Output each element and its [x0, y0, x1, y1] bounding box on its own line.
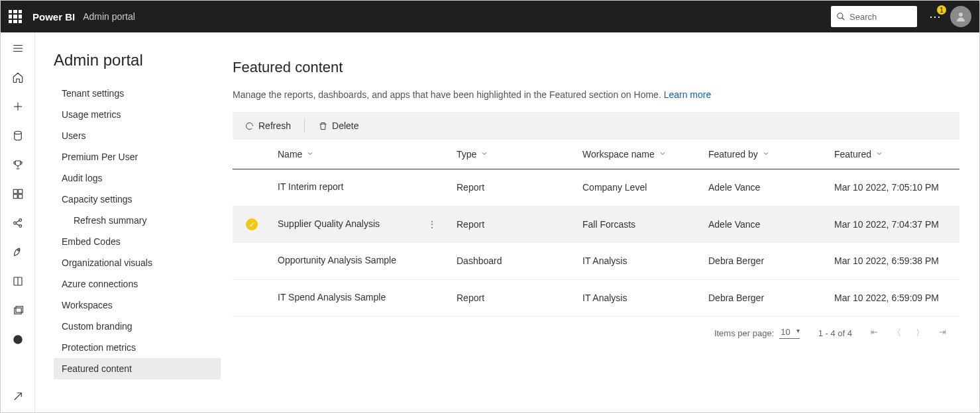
expand-icon[interactable] [11, 390, 25, 403]
table-row[interactable]: Opportunity Analysis Sample⋮DashboardIT … [233, 243, 959, 280]
admin-nav-item[interactable]: Refresh summary [54, 210, 221, 231]
svg-rect-24 [16, 306, 23, 312]
svg-point-16 [19, 219, 21, 222]
cell-featured: Mar 10 2022, 6:59:09 PM [829, 279, 959, 316]
col-name[interactable]: Name [233, 140, 451, 169]
svg-point-2 [959, 13, 963, 17]
admin-nav-item[interactable]: Users [54, 125, 221, 146]
cell-type: Report [451, 279, 577, 316]
cell-workspace: Company Level [577, 169, 703, 206]
app-header: Power BI Admin portal Search ⋯ 1 [1, 1, 979, 32]
learn-icon[interactable] [11, 275, 25, 288]
svg-rect-11 [13, 189, 17, 193]
table-pager: Items per page: 10 1 - 4 of 4 ⇤ 〈 〉 ⇥ [233, 316, 959, 349]
svg-line-18 [16, 220, 19, 222]
row-more-icon[interactable]: ⋮ [427, 219, 437, 230]
pager-prev[interactable]: 〈 [893, 327, 901, 339]
cell-featured: Mar 10 2022, 7:05:10 PM [829, 169, 959, 206]
apps-icon[interactable] [11, 187, 25, 201]
admin-nav-item[interactable]: Organizational visuals [54, 252, 221, 273]
featured-content-table: Name Type Workspace name Featured by Fea… [233, 140, 959, 316]
svg-point-20 [17, 250, 19, 251]
learn-more-link[interactable]: Learn more [664, 89, 712, 100]
trash-icon [318, 121, 328, 131]
toolbar-separator [304, 118, 305, 133]
home-icon[interactable] [11, 71, 25, 84]
svg-line-26 [14, 393, 21, 400]
plus-icon[interactable] [11, 100, 25, 113]
cell-featured_by: Debra Berger [703, 243, 829, 280]
content-heading: Featured content [233, 59, 959, 76]
brand-label: Power BI [32, 11, 75, 23]
svg-rect-23 [14, 308, 21, 314]
admin-nav-item[interactable]: Audit logs [54, 167, 221, 189]
refresh-icon [245, 121, 254, 131]
content-description: Manage the reports, dashboards, and apps… [233, 89, 959, 100]
items-per-page-label: Items per page: [714, 328, 774, 338]
admin-nav-item[interactable]: Custom branding [54, 316, 221, 337]
admin-nav-item[interactable]: Capacity settings [54, 189, 221, 210]
svg-point-15 [13, 222, 16, 224]
cell-type: Dashboard [451, 243, 577, 280]
admin-nav-item[interactable]: Usage metrics [54, 104, 221, 125]
data-icon[interactable] [11, 129, 25, 142]
svg-rect-12 [18, 189, 22, 193]
admin-nav-item[interactable]: Tenant settings [54, 83, 221, 104]
app-launcher-icon[interactable] [9, 10, 22, 23]
col-workspace[interactable]: Workspace name [577, 140, 703, 169]
pager-range: 1 - 4 of 4 [818, 328, 852, 338]
cell-workspace: IT Analysis [577, 243, 703, 280]
cell-featured: Mar 10 2022, 7:04:37 PM [829, 206, 959, 243]
admin-nav-item[interactable]: Embed Codes [54, 231, 221, 252]
chevron-down-icon [762, 150, 770, 158]
admin-nav-item[interactable]: Azure connections [54, 273, 221, 295]
svg-point-0 [838, 13, 843, 19]
cell-featured_by: Debra Berger [703, 279, 829, 316]
page-title: Admin portal [54, 51, 221, 69]
admin-icon[interactable] [11, 333, 25, 346]
svg-rect-13 [13, 195, 17, 199]
cell-featured_by: Adele Vance [703, 169, 829, 206]
items-per-page-select[interactable]: 10 [779, 327, 799, 339]
pager-first[interactable]: ⇤ [871, 327, 878, 339]
admin-sidebar: Admin portal Tenant settingsUsage metric… [35, 32, 221, 412]
cell-workspace: Fall Forcasts [577, 206, 703, 243]
selected-badge [246, 218, 258, 230]
more-options-button[interactable]: ⋯ 1 [929, 9, 941, 24]
admin-nav-item[interactable]: Featured content [54, 358, 221, 379]
svg-point-17 [19, 225, 21, 228]
svg-line-1 [842, 18, 845, 21]
workspaces-icon[interactable] [11, 304, 25, 317]
deploy-icon[interactable] [11, 246, 25, 259]
admin-nav-item[interactable]: Workspaces [54, 295, 221, 316]
table-row[interactable]: IT Spend Analysis Sample⋮ReportIT Analys… [233, 279, 959, 316]
table-row[interactable]: Supplier Quality Analysis⋮ReportFall For… [233, 206, 959, 243]
svg-point-25 [13, 335, 23, 344]
col-type[interactable]: Type [451, 140, 577, 169]
delete-button[interactable]: Delete [314, 118, 362, 134]
action-toolbar: Refresh Delete [233, 112, 959, 140]
pager-next[interactable]: 〉 [916, 327, 924, 339]
svg-point-8 [14, 131, 21, 134]
svg-line-19 [16, 224, 19, 226]
cell-type: Report [451, 206, 577, 243]
pager-last[interactable]: ⇥ [939, 327, 946, 339]
trophy-icon[interactable] [11, 158, 25, 171]
hamburger-icon[interactable] [11, 42, 25, 55]
col-featured[interactable]: Featured [829, 140, 959, 169]
cell-featured: Mar 10 2022, 6:59:38 PM [829, 243, 959, 280]
user-avatar[interactable] [950, 6, 971, 27]
search-input[interactable]: Search [831, 6, 917, 27]
cell-featured_by: Adele Vance [703, 206, 829, 243]
refresh-button[interactable]: Refresh [241, 118, 295, 134]
chevron-down-icon [480, 150, 488, 158]
col-featured-by[interactable]: Featured by [703, 140, 829, 169]
svg-rect-14 [18, 195, 22, 199]
section-label: Admin portal [83, 11, 135, 22]
share-icon[interactable] [11, 216, 25, 230]
admin-nav-item[interactable]: Premium Per User [54, 146, 221, 167]
search-placeholder: Search [849, 12, 877, 22]
chevron-down-icon [306, 150, 314, 158]
table-row[interactable]: IT Interim report⋮ReportCompany LevelAde… [233, 169, 959, 206]
admin-nav-item[interactable]: Protection metrics [54, 337, 221, 358]
